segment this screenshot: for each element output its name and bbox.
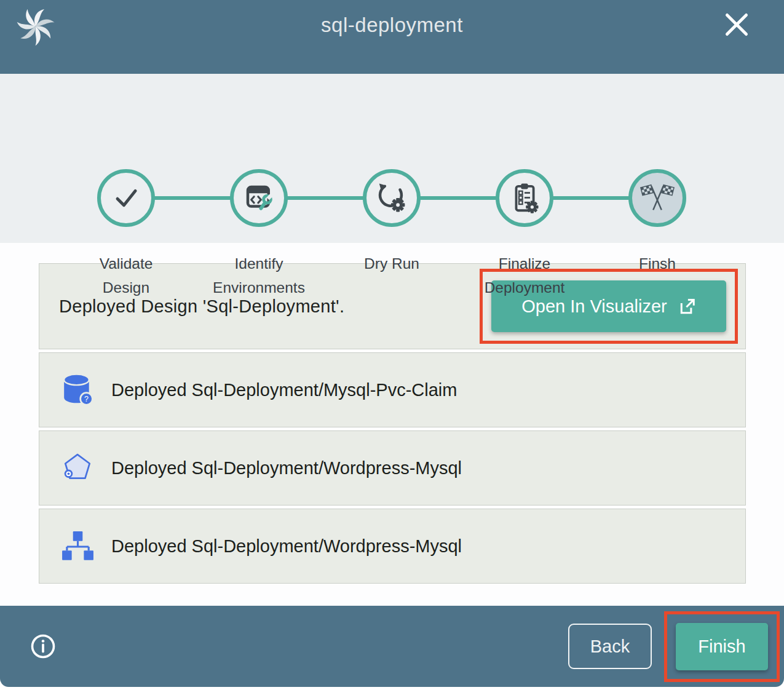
step-label-dry-run: Dry Run bbox=[325, 252, 458, 276]
checkered-flags-icon bbox=[638, 179, 676, 217]
svg-text:?: ? bbox=[84, 395, 89, 403]
code-wrench-icon bbox=[242, 181, 275, 215]
deployed-item-row: Deployed Sql-Deployment/Wordpress-Mysql bbox=[39, 430, 746, 506]
deployed-item-text: Deployed Sql-Deployment/Wordpress-Mysql bbox=[111, 458, 462, 478]
step-label-finish: Finsh bbox=[591, 252, 724, 276]
deployed-item-row: ? Deployed Sql-Deployment/Mysql-Pvc-Clai… bbox=[39, 352, 746, 427]
step-identify-environments bbox=[230, 169, 288, 227]
deployed-item-text: Deployed Sql-Deployment/Mysql-Pvc-Claim bbox=[111, 380, 457, 400]
finish-button[interactable]: Finish bbox=[676, 623, 768, 670]
dialog-footer: Back Finish bbox=[0, 606, 784, 687]
check-icon bbox=[109, 181, 143, 215]
external-link-icon bbox=[678, 297, 696, 315]
deployed-item-text: Deployed Sql-Deployment/Wordpress-Mysql bbox=[111, 536, 462, 557]
sql-deployment-dialog: sql-deployment bbox=[0, 0, 784, 687]
deployed-item-row: Deployed Sql-Deployment/Wordpress-Mysql bbox=[39, 509, 746, 584]
finish-annotation: Finish bbox=[664, 611, 780, 682]
step-finish bbox=[628, 169, 686, 227]
step-validate-design bbox=[97, 169, 155, 227]
step-label-identify-environments: IdentifyEnvironments bbox=[192, 252, 325, 299]
back-button[interactable]: Back bbox=[568, 624, 652, 669]
step-label-finalize-deployment: FinalizeDeployment bbox=[458, 252, 591, 299]
step-label-validate-design: ValidateDesign bbox=[60, 252, 192, 299]
sync-gear-icon bbox=[375, 181, 408, 215]
topology-icon bbox=[61, 528, 94, 565]
pentagon-icon bbox=[61, 450, 94, 486]
info-icon[interactable] bbox=[30, 633, 57, 660]
database-icon: ? bbox=[61, 371, 94, 408]
step-dry-run bbox=[363, 169, 421, 227]
close-icon[interactable] bbox=[724, 12, 750, 38]
dialog-header: sql-deployment bbox=[0, 0, 784, 74]
step-finalize-deployment bbox=[496, 169, 553, 227]
dialog-title: sql-deployment bbox=[0, 14, 784, 37]
clipboard-gear-icon bbox=[508, 181, 541, 215]
deployment-stepper: ValidateDesign IdentifyEnvironments Dry … bbox=[0, 74, 784, 243]
